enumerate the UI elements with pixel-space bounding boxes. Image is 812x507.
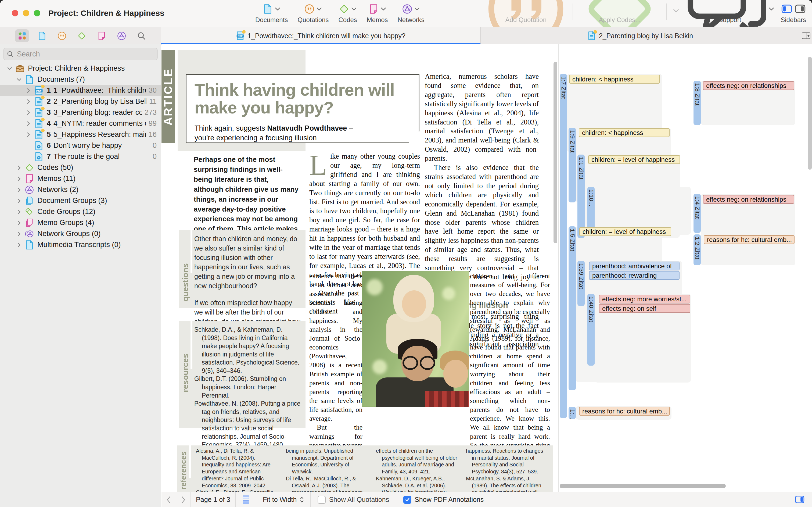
- apply-codes-button[interactable]: Apply Codes...: [579, 3, 660, 24]
- zoom-button[interactable]: [34, 10, 40, 16]
- show-all-quotations-checkbox[interactable]: [318, 496, 326, 504]
- chevron-right-icon[interactable]: [17, 242, 21, 247]
- tree-item-3-parenting-blog-reader-comm[interactable]: 33_Parenting blog: reader comm...273: [0, 107, 161, 118]
- support-button[interactable]: Support: [685, 3, 774, 24]
- show-pdf-annotations-toggle[interactable]: Show PDF Annotations: [403, 496, 484, 504]
- chevron-right-icon[interactable]: [26, 99, 31, 104]
- toolbar-codes-button[interactable]: Codes: [338, 3, 357, 24]
- document-tab-1[interactable]: PDF1_Powdthavee:_Think children will mak…: [161, 27, 481, 44]
- code-chip-effects-neg-more-worries-st[interactable]: effects neg: more worries/st...: [599, 295, 690, 303]
- tree-item-memos-11[interactable]: Memos (11): [0, 173, 161, 184]
- tree-item-5-happiness-research-main-find[interactable]: 55_Happiness Research: main find...16: [0, 129, 161, 140]
- toolbar-overflow-button[interactable]: [673, 3, 679, 24]
- code-chip-parenthood-rewarding[interactable]: parenthood: rewarding: [589, 271, 680, 280]
- tree-item-memo-groups-4[interactable]: Memo Groups (4): [0, 217, 161, 228]
- chevron-right-icon[interactable]: [26, 88, 31, 93]
- next-page-button[interactable]: [180, 496, 187, 503]
- minimize-button[interactable]: [23, 10, 29, 16]
- show-pdf-annotations-checkbox[interactable]: [403, 496, 412, 504]
- pdf-document-icon: PDF: [236, 31, 244, 40]
- code-chip-children-level-of-happiness[interactable]: children: = level of happiness: [588, 155, 680, 164]
- document-scrollbar[interactable]: [554, 62, 557, 243]
- quotation-bar-1-8-zitat[interactable]: 1:8 Zitat: [693, 81, 701, 125]
- navigator-icon-strip: [0, 27, 161, 44]
- previous-page-button[interactable]: [165, 496, 172, 503]
- tree-item-documents-7[interactable]: Documents (7): [0, 74, 161, 85]
- up-down-chevron-icon: [300, 497, 304, 503]
- tree-item-document-groups-3[interactable]: Document Groups (3): [0, 195, 161, 206]
- code-chip-reasons-for-hc-cultural-emb[interactable]: reasons for hc: cultural emb...: [579, 407, 670, 415]
- new-tab-group-button[interactable]: [800, 27, 812, 44]
- add-quotation-button[interactable]: Add Quotation: [486, 3, 566, 24]
- page-thumbnails-icon[interactable]: [242, 495, 250, 505]
- chevron-right-icon[interactable]: [17, 210, 21, 214]
- search-field[interactable]: [3, 48, 158, 60]
- code-chip-children-happiness[interactable]: children: < happiness: [579, 128, 670, 137]
- code-chip-reasons-for-hc-cultural-emb[interactable]: reasons for hc: cultural emb...: [704, 235, 795, 244]
- code-chip-effects-neg-on-self[interactable]: effects neg: on self: [599, 304, 690, 313]
- tree-item-2-parenting-blog-by-lisa-belkin[interactable]: 22_Parenting blog by Lisa Belkin11: [0, 96, 161, 107]
- sidebar-left-icon: [782, 4, 792, 13]
- toolbar-quotations-button[interactable]: Quotations: [298, 3, 329, 24]
- close-button[interactable]: [12, 10, 18, 16]
- tree-item-don-t-worry-be-happy[interactable]: 6Don't worry be happy0: [0, 140, 161, 151]
- tree-item-multimedia-transcripts-0[interactable]: Multimedia Transcripts (0): [0, 239, 161, 250]
- code-chip-effects-neg-on-relationships[interactable]: effects neg: on relationships: [703, 195, 794, 204]
- margin-toggle-icon[interactable]: [795, 495, 805, 504]
- nav-search-button[interactable]: [134, 29, 148, 42]
- tree-item-networks-2[interactable]: Networks (2): [0, 184, 161, 195]
- chevron-down-icon[interactable]: [7, 66, 12, 71]
- show-all-quotations-toggle[interactable]: Show All Quotations: [318, 496, 389, 504]
- chevron-right-icon[interactable]: [17, 187, 21, 192]
- chevron-right-icon[interactable]: [17, 231, 21, 236]
- chevron-right-icon[interactable]: [26, 121, 31, 126]
- chevron-right-icon[interactable]: [17, 199, 21, 203]
- toolbar-memos-button[interactable]: Memos: [367, 3, 388, 24]
- tree-item-network-groups-0[interactable]: Network Groups (0): [0, 228, 161, 239]
- quotation-bar-1-1-zitat[interactable]: 1:1 Zitat: [577, 155, 585, 238]
- tree-item-project-children-happiness[interactable]: Project: Children & Happiness: [0, 63, 161, 74]
- margin-vertical-scrollbar[interactable]: [808, 57, 812, 170]
- quotation-bar-1-7-zitat[interactable]: 1:7 Zitat: [560, 74, 567, 418]
- chevron-down-icon[interactable]: [17, 77, 21, 82]
- document-number: 7: [47, 153, 51, 161]
- quotation-bar-1-9-zitat[interactable]: 1:9 Zitat: [569, 128, 576, 203]
- sidebars-button[interactable]: Sidebars: [780, 3, 806, 24]
- chevron-right-icon[interactable]: [26, 132, 31, 137]
- zoom-select[interactable]: Fit to Width: [263, 496, 304, 504]
- nav-memo-button[interactable]: [95, 29, 109, 42]
- nav-code-button[interactable]: [75, 29, 89, 42]
- quotation-bar-1-4-zitat[interactable]: 1:4 Zitat: [693, 194, 701, 233]
- margin-horizontal-scrollbar[interactable]: [560, 484, 726, 488]
- code-chip-effects-neg-on-relationships[interactable]: effects neg: on relationships: [703, 81, 794, 90]
- code-chip-parenthood-ambivalence-of[interactable]: parenthood: ambivalence of: [589, 262, 680, 271]
- tree-item-4-nytm-reader-comments-on-ar[interactable]: 44_NYTM: reader comments on ar...99: [0, 118, 161, 129]
- code-chip-children-happiness[interactable]: children: < happiness: [569, 75, 660, 83]
- chevron-right-icon[interactable]: [17, 220, 21, 225]
- toolbar-networks-button[interactable]: Networks: [398, 3, 425, 24]
- quotation-bar-1-2-zitat[interactable]: 1:2 Zitat: [693, 234, 701, 265]
- pdfdoc-icon: PDF: [236, 31, 244, 40]
- tree-item-code-groups-12[interactable]: Code Groups (12): [0, 206, 161, 217]
- tree-item-codes-50[interactable]: Codes (50): [0, 162, 161, 173]
- nav-document-button[interactable]: [35, 29, 49, 42]
- document-tab-2[interactable]: 2_Parenting blog by Lisa Belkin: [481, 27, 800, 44]
- tree-item-label: Document Groups (3): [37, 196, 157, 205]
- code-chip-children-level-of-happiness[interactable]: children: = level of happiness: [579, 227, 671, 236]
- quotation-bar-1[interactable]: 1:...: [569, 407, 576, 419]
- search-input[interactable]: [16, 50, 154, 59]
- quotation-bar-1-39-zitat[interactable]: 1:39 Zitat: [577, 261, 585, 306]
- chevron-right-icon[interactable]: [17, 165, 21, 170]
- tree-item-the-route-is-the-goal[interactable]: 7The route is the goal0: [0, 151, 161, 162]
- nav-network-button[interactable]: [115, 29, 128, 42]
- document-pane[interactable]: ARTICLE Think having children will make …: [162, 44, 558, 492]
- nav-quotation-button[interactable]: [55, 29, 69, 42]
- tree-item-1-powdthavee-think-children-wil[interactable]: PDF11_Powdthavee:_Think children wil...3…: [0, 85, 161, 96]
- chevron-right-icon[interactable]: [17, 176, 21, 181]
- quotation-bar-1-40-zitat[interactable]: 1:40 Zitat: [587, 294, 595, 365]
- toolbar-documents-button[interactable]: Documents: [255, 3, 288, 24]
- pdf-icon: PDF: [35, 86, 43, 96]
- quotation-bar-1-5-zitat[interactable]: 1:5 Zitat: [569, 226, 576, 390]
- chevron-right-icon[interactable]: [26, 110, 31, 115]
- nav-browser-button[interactable]: [15, 29, 29, 42]
